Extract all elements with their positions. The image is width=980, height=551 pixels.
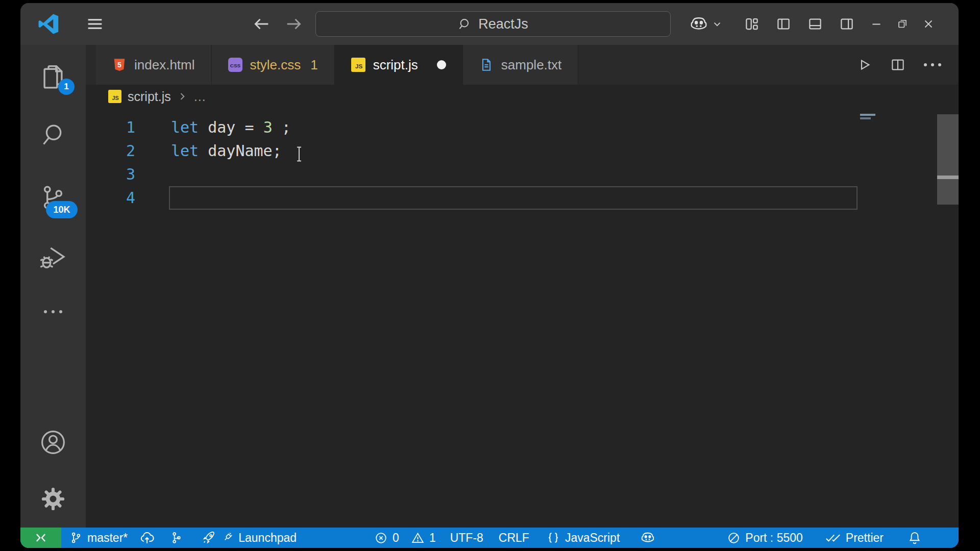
code-line-2: 2 let dayName; (86, 139, 959, 163)
warning-icon (411, 531, 425, 545)
explorer-badge: 1 (58, 79, 75, 95)
tab-style-css[interactable]: CSS style.css 1 (212, 45, 335, 85)
port-label: Port : 5500 (745, 531, 803, 545)
js-file-icon: JS (351, 58, 365, 72)
line-number: 1 (86, 116, 135, 139)
search-icon (458, 17, 472, 31)
encoding-status[interactable]: UTF-8 (450, 528, 483, 548)
svg-text:CSS: CSS (230, 63, 240, 68)
text-file-icon (479, 58, 494, 72)
scrollbar-slider[interactable] (937, 114, 959, 176)
line-number: 4 (86, 186, 135, 210)
split-editor-icon[interactable] (890, 57, 905, 72)
search-value: ReactJs (478, 16, 528, 32)
notifications-status[interactable] (908, 528, 935, 548)
error-icon (374, 531, 388, 545)
search-icon (40, 121, 66, 148)
toggle-sidebar-right-icon[interactable] (839, 16, 854, 32)
warning-count: 1 (429, 531, 436, 545)
tab-label: script.js (373, 57, 418, 73)
tab-script-js[interactable]: JS script.js (335, 45, 463, 85)
sidebar-item-settings[interactable] (20, 486, 86, 512)
tab-label: index.html (134, 57, 195, 73)
remote-indicator[interactable] (20, 528, 61, 548)
tab-label: style.css (250, 57, 301, 73)
launchpad-status[interactable]: Launchpad (202, 528, 297, 548)
more-actions-icon[interactable] (924, 63, 941, 66)
error-count: 0 (393, 531, 399, 545)
tab-bar: 5 index.html CSS style.css 1 JS (86, 45, 959, 85)
bell-icon (908, 531, 922, 545)
formatter-label: Prettier (846, 531, 884, 545)
source-control-graph-status[interactable] (170, 528, 183, 548)
chevron-right-icon (177, 91, 187, 102)
sidebar-item-explorer[interactable]: 1 (20, 63, 86, 91)
js-file-icon: JS (108, 90, 121, 103)
code-line-3: 3 (86, 163, 959, 186)
scrollbar-slider[interactable] (937, 179, 959, 205)
sidebar-item-run-debug[interactable] (20, 244, 86, 272)
breadcrumb-symbol[interactable]: … (193, 89, 206, 104)
chevron-down-icon (712, 18, 723, 30)
menu-icon[interactable] (85, 14, 105, 34)
code-area: 1 let day = 3 ; 2 let dayName; 3 4 (86, 108, 959, 528)
minimize-icon[interactable] (870, 17, 883, 31)
remote-icon (33, 530, 48, 545)
layout-controls (744, 16, 854, 32)
more-icon (44, 310, 62, 313)
svg-text:JS: JS (355, 63, 362, 69)
problems-status[interactable]: 0 1 (374, 528, 436, 548)
run-debug-icon (39, 244, 67, 272)
css-file-icon: CSS (228, 58, 242, 72)
toggle-panel-icon[interactable] (807, 16, 823, 32)
tab-label: sample.txt (501, 57, 562, 73)
toggle-sidebar-left-icon[interactable] (776, 16, 791, 32)
current-line-highlight (169, 186, 857, 210)
plug-icon (220, 531, 234, 544)
tab-index-html[interactable]: 5 index.html (96, 45, 212, 85)
activity-bar: 1 10K (20, 45, 86, 528)
titlebar: ReactJs (20, 3, 959, 45)
copilot-status[interactable] (640, 528, 655, 548)
vscode-logo-icon (38, 13, 59, 35)
language-mode-status[interactable]: JavaScript (546, 528, 620, 548)
sidebar-item-search[interactable] (20, 121, 86, 148)
customize-layout-icon[interactable] (744, 16, 760, 32)
tab-problem-badge: 1 (310, 57, 317, 73)
sidebar-item-more[interactable] (20, 310, 86, 313)
formatter-status[interactable]: Prettier (825, 528, 884, 548)
minimap[interactable] (860, 114, 875, 119)
html-file-icon: 5 (112, 58, 127, 72)
account-icon (39, 429, 67, 456)
circle-slash-icon (727, 531, 741, 545)
svg-text:5: 5 (117, 61, 121, 69)
sidebar-item-account[interactable] (20, 429, 86, 456)
dirty-indicator[interactable] (437, 60, 446, 69)
code-editor[interactable]: 1 let day = 3 ; 2 let dayName; 3 4 (86, 108, 959, 528)
status-bar: master* Launc (20, 528, 959, 548)
restore-icon[interactable] (896, 18, 909, 30)
rocket-icon (202, 531, 216, 545)
copilot-icon (689, 14, 708, 34)
copilot-button[interactable] (689, 14, 723, 34)
language-label: JavaScript (565, 531, 620, 545)
tab-sample-txt[interactable]: sample.txt (463, 45, 579, 85)
git-branch-status[interactable]: master* (69, 528, 155, 548)
breadcrumb: JS script.js … (86, 85, 959, 108)
command-center-search[interactable]: ReactJs (315, 11, 671, 37)
run-file-icon[interactable] (856, 57, 872, 72)
close-icon[interactable] (922, 17, 935, 31)
publish-changes-icon (139, 530, 155, 545)
branch-name: master* (87, 531, 128, 545)
source-control-graph-icon (170, 531, 183, 544)
breadcrumb-file[interactable]: script.js (128, 89, 171, 104)
go-forward-icon[interactable] (284, 14, 304, 34)
live-server-port-status[interactable]: Port : 5500 (727, 528, 803, 548)
git-branch-icon (69, 531, 83, 544)
double-check-icon (825, 531, 841, 545)
scrollbar[interactable] (937, 108, 959, 528)
sidebar-item-source-control[interactable]: 10K (20, 184, 86, 211)
go-back-icon[interactable] (251, 14, 272, 34)
eol-status[interactable]: CRLF (499, 528, 529, 548)
editor-actions (856, 45, 959, 85)
